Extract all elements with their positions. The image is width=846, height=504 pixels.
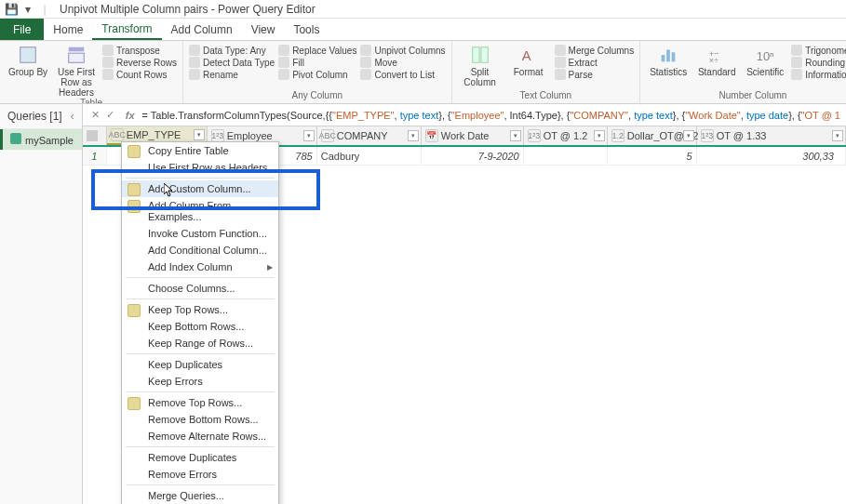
- qat-dropdown-icon[interactable]: ▾: [20, 2, 35, 17]
- svg-rect-1: [69, 47, 85, 52]
- menu-item[interactable]: Use First Row as Headers: [122, 159, 278, 176]
- number-type-icon: 1²3: [211, 129, 224, 142]
- svg-rect-2: [69, 53, 85, 62]
- filter-dropdown-icon[interactable]: ▾: [683, 130, 694, 141]
- col-header-work-date[interactable]: 📅Work Date▾: [422, 126, 524, 145]
- pivot-column-button[interactable]: Pivot Column: [278, 69, 356, 80]
- rounding-button[interactable]: Rounding: [791, 57, 846, 68]
- title-bar: 💾 ▾ | Unpivot Multiple Column pairs - Po…: [0, 0, 846, 19]
- filter-dropdown-icon[interactable]: ▾: [408, 130, 419, 141]
- cell-ot12[interactable]: [524, 147, 608, 165]
- tab-transform[interactable]: Transform: [92, 19, 161, 40]
- collapse-pane-icon[interactable]: ‹: [71, 110, 74, 123]
- svg-text:10ⁿ: 10ⁿ: [757, 49, 774, 63]
- group-label-any-column: Any Column: [189, 90, 446, 101]
- tab-add-column[interactable]: Add Column: [162, 19, 242, 40]
- menu-item[interactable]: Remove Duplicates: [122, 449, 278, 466]
- fx-icon: fx: [126, 110, 135, 121]
- row-number[interactable]: 1: [83, 147, 107, 165]
- extract-button[interactable]: Extract: [555, 57, 635, 68]
- group-by-button[interactable]: Group By: [6, 45, 50, 77]
- group-label-number-column: Number Column: [646, 90, 846, 101]
- menu-item[interactable]: Remove Errors: [122, 466, 278, 483]
- convert-to-list-button[interactable]: Convert to List: [360, 69, 445, 80]
- tab-view[interactable]: View: [242, 19, 285, 40]
- unpivot-columns-button[interactable]: Unpivot Columns: [360, 45, 445, 56]
- table-icon: [10, 133, 21, 144]
- menu-item[interactable]: Remove Alternate Rows...: [122, 428, 278, 444]
- filter-dropdown-icon[interactable]: ▾: [303, 130, 315, 141]
- ribbon: Group By Use First Row as Headers Transp…: [0, 41, 846, 104]
- statistics-button[interactable]: Statistics: [646, 45, 691, 77]
- cell-work-date[interactable]: 7-9-2020: [422, 147, 524, 165]
- menu-item[interactable]: Add Column From Examples...: [122, 197, 278, 225]
- move-button[interactable]: Move: [360, 57, 445, 68]
- svg-text:A: A: [521, 48, 530, 63]
- menu-item[interactable]: Keep Range of Rows...: [122, 335, 278, 351]
- reverse-rows-button[interactable]: Reverse Rows: [102, 57, 177, 68]
- cell-ot133[interactable]: 300,33: [697, 147, 846, 165]
- formula-text[interactable]: = Table.TransformColumnTypes(Source,{{"E…: [142, 110, 841, 121]
- menu-item[interactable]: Keep Bottom Rows...: [122, 318, 278, 335]
- submenu-arrow-icon: ▶: [267, 263, 273, 272]
- menu-item[interactable]: Keep Errors: [122, 373, 278, 390]
- rename-button[interactable]: Rename: [189, 69, 275, 80]
- cell-company[interactable]: Cadbury: [317, 147, 422, 165]
- query-item-mysample[interactable]: mySample: [0, 129, 82, 150]
- tab-home[interactable]: Home: [44, 19, 92, 40]
- file-menu[interactable]: File: [0, 19, 44, 40]
- replace-values-button[interactable]: Replace Values: [278, 45, 356, 56]
- use-first-row-button[interactable]: Use First Row as Headers: [54, 45, 99, 98]
- menu-separator: [126, 484, 275, 485]
- row-header-cell[interactable]: [83, 126, 107, 145]
- split-column-button[interactable]: Split Column: [458, 45, 503, 87]
- menu-item[interactable]: Add Custom Column...: [122, 180, 278, 197]
- menu-separator: [126, 446, 275, 447]
- transpose-button[interactable]: Transpose: [102, 45, 177, 56]
- information-button[interactable]: Information: [791, 69, 846, 80]
- confirm-formula-icon[interactable]: ✓: [103, 108, 118, 123]
- svg-text:×÷: ×÷: [709, 56, 718, 65]
- filter-dropdown-icon[interactable]: ▾: [194, 129, 205, 140]
- standard-button[interactable]: +−×÷Standard: [694, 45, 739, 77]
- decimal-type-icon: 1.2: [611, 129, 624, 142]
- menu-separator: [126, 298, 275, 299]
- menu-item[interactable]: Copy Entire Table: [122, 142, 278, 159]
- svg-rect-3: [472, 47, 478, 63]
- formula-bar[interactable]: ✕ ✓ fx = Table.TransformColumnTypes(Sour…: [83, 104, 846, 126]
- save-icon[interactable]: 💾: [4, 2, 19, 17]
- tab-tools[interactable]: Tools: [284, 19, 329, 40]
- filter-dropdown-icon[interactable]: ▾: [594, 130, 605, 141]
- filter-dropdown-icon[interactable]: ▾: [832, 130, 843, 141]
- data-type-button[interactable]: Data Type: Any: [189, 45, 275, 56]
- menu-item[interactable]: Add Index Column▶: [122, 259, 278, 275]
- trigonometry-button[interactable]: Trigonometry: [791, 45, 846, 56]
- menu-item[interactable]: Add Conditional Column...: [122, 242, 278, 259]
- col-header-ot133[interactable]: 1²3OT @ 1.33▾: [697, 126, 846, 145]
- group-label-table: Table: [6, 98, 177, 104]
- col-header-company[interactable]: ABCCOMPANY▾: [317, 126, 422, 145]
- group-label-text-column: Text Column: [458, 90, 635, 101]
- col-header-dollar[interactable]: 1.2Dollar_OT@1.2▾: [608, 126, 697, 145]
- menu-item[interactable]: Remove Bottom Rows...: [122, 411, 278, 428]
- menu-item[interactable]: Choose Columns...: [122, 280, 278, 297]
- format-button[interactable]: AFormat: [506, 45, 551, 77]
- filter-dropdown-icon[interactable]: ▾: [510, 130, 521, 141]
- cancel-formula-icon[interactable]: ✕: [88, 108, 103, 123]
- col-header-ot12[interactable]: 1²3OT @ 1.2▾: [524, 126, 608, 145]
- menu-item[interactable]: Remove Top Rows...: [122, 394, 278, 411]
- menu-item-icon: [128, 397, 141, 410]
- menu-item[interactable]: Keep Duplicates: [122, 356, 278, 373]
- scientific-button[interactable]: 10ⁿScientific: [743, 45, 787, 77]
- count-rows-button[interactable]: Count Rows: [102, 69, 177, 80]
- menu-item[interactable]: Invoke Custom Function...: [122, 225, 278, 242]
- parse-button[interactable]: Parse: [555, 69, 635, 80]
- merge-columns-button[interactable]: Merge Columns: [555, 45, 635, 56]
- fill-button[interactable]: Fill: [278, 57, 356, 68]
- menu-item[interactable]: Keep Top Rows...: [122, 301, 278, 318]
- menu-item[interactable]: Merge Queries...: [122, 487, 278, 504]
- cell-dollar[interactable]: 5: [608, 147, 697, 165]
- svg-rect-4: [481, 47, 488, 63]
- detect-data-type-button[interactable]: Detect Data Type: [189, 57, 275, 68]
- qat-separator: |: [37, 2, 52, 17]
